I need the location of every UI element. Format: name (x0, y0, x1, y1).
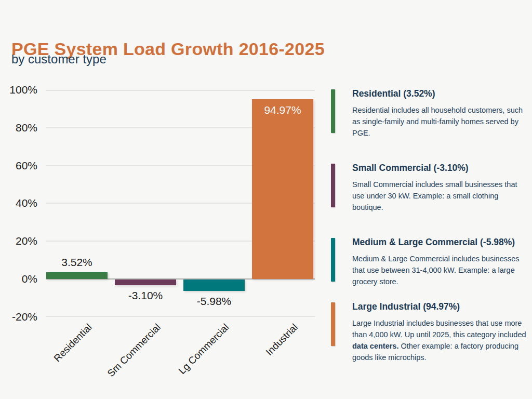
bar-lg-commercial (183, 280, 245, 291)
y-tick-label: 0% (0, 272, 37, 286)
legend-text-segment: Small Commercial includes small business… (352, 180, 517, 211)
legend-color-marker (331, 164, 335, 207)
legend-text-segment: Medium & Large Commercial includes busin… (352, 255, 520, 286)
legend-item-content: Small Commercial (-3.10%)Small Commercia… (352, 163, 526, 213)
legend-item-content: Medium & Large Commercial (-5.98%)Medium… (352, 237, 526, 287)
bar-sm-commercial (115, 280, 176, 285)
legend-color-marker (331, 238, 335, 282)
x-tick-label-industrial: Industrial (263, 322, 300, 358)
legend-color-marker (331, 89, 335, 133)
x-tick-label-lg-commercial: Lg Commercial (177, 322, 232, 377)
infographic-canvas: PGE System Load Growth 2016-2025 by cust… (0, 0, 532, 399)
y-tick-label: -20% (0, 310, 37, 324)
legend-item-description: Medium & Large Commercial includes busin… (352, 253, 526, 287)
bar-industrial (252, 99, 313, 279)
gridline (46, 90, 315, 91)
legend-color-marker (331, 302, 335, 346)
x-tick-label-residential: Residential (52, 322, 95, 364)
legend-item-description: Large Industrial includes businesses tha… (352, 317, 526, 363)
legend-item-content: Large Industrial (94.97%)Large Industria… (352, 301, 526, 363)
x-tick-label-sm-commercial: Sm Commercial (105, 322, 163, 379)
y-tick-label: 40% (0, 196, 37, 210)
bar-value-label-lg-commercial: -5.98% (175, 295, 253, 308)
legend-text-segment: Residential includes all household custo… (352, 106, 523, 137)
bar-residential (46, 272, 108, 279)
y-tick-label: 100% (0, 83, 37, 97)
legend-item-medium-large-commercial: Medium & Large Commercial (-5.98%)Medium… (331, 237, 531, 287)
legend-item-title: Medium & Large Commercial (-5.98%) (352, 237, 526, 248)
legend-item-content: Residential (3.52%)Residential includes … (352, 88, 526, 139)
bar-value-label-sm-commercial: -3.10% (107, 289, 184, 302)
legend-item-title: Large Industrial (94.97%) (352, 301, 526, 312)
legend-item-description: Small Commercial includes small business… (352, 179, 526, 213)
legend-item-title: Small Commercial (-3.10%) (352, 163, 526, 174)
bar-value-label-industrial: 94.97% (244, 104, 322, 116)
gridline (46, 316, 315, 317)
page-subtitle: by customer type (11, 52, 107, 66)
legend-item-large-industrial: Large Industrial (94.97%)Large Industria… (331, 301, 531, 363)
legend-item-small-commercial: Small Commercial (-3.10%)Small Commercia… (331, 163, 531, 213)
bar-value-label-residential: 3.52% (38, 256, 116, 269)
legend-bold-phrase: data centers. (352, 342, 398, 350)
legend-item-residential: Residential (3.52%)Residential includes … (331, 88, 531, 139)
bar-chart-plot-area: 100%80%60%40%20%0%-20% 3.52%Residential-… (46, 90, 315, 317)
y-tick-label: 20% (0, 234, 37, 248)
legend-text-segment: Large Industrial includes businesses tha… (352, 319, 526, 339)
legend-item-title: Residential (3.52%) (352, 88, 526, 99)
y-tick-label: 60% (0, 159, 37, 172)
legend-item-description: Residential includes all household custo… (352, 104, 526, 139)
y-axis: 100%80%60%40%20%0%-20% (3, 90, 41, 317)
y-tick-label: 80% (0, 121, 37, 135)
